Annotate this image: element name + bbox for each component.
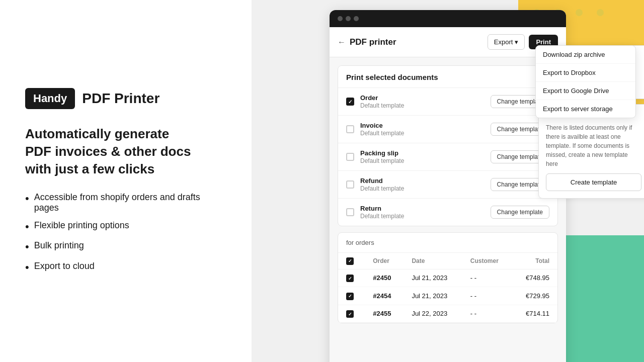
row3-customer: - - [462, 305, 513, 323]
packing-slip-name: Packing slip [360, 149, 485, 157]
row2-date: Jul 21, 2023 [404, 287, 462, 305]
left-panel: Handy PDF Printer Automatically generate… [0, 0, 252, 362]
invoice-name: Invoice [360, 122, 485, 129]
back-button[interactable]: ← [338, 38, 346, 47]
decoration-dot-3 [576, 9, 583, 16]
row3-checkbox[interactable] [346, 310, 354, 318]
app-header-left: ← PDF printer [338, 37, 396, 47]
right-panel: ← PDF printer Export ▾ Print Print selec… [252, 0, 644, 362]
feature-item-2: Flexible printing options [25, 220, 226, 233]
export-button[interactable]: Export ▾ [488, 34, 525, 50]
row2-total: €729.95 [513, 287, 558, 305]
orders-table: Order Date Customer Total #2450 Jul [338, 253, 557, 323]
select-all-checkbox[interactable] [346, 257, 354, 265]
col-total-header: Total [513, 253, 558, 269]
return-change-template-button[interactable]: Change template [491, 206, 549, 219]
tagline: Automatically generate PDF invoices & ot… [25, 125, 226, 178]
create-template-button[interactable]: Create template [546, 173, 641, 191]
available-documents-text: There is listed documents only if there … [546, 123, 641, 168]
brand-logo: Handy PDF Printer [25, 88, 226, 109]
app-window: ← PDF printer Export ▾ Print Print selec… [330, 10, 566, 362]
tagline-line1: Automatically generate [25, 126, 169, 141]
orders-card: for orders Order Date Customer Total [338, 232, 558, 323]
col-customer-header: Customer [462, 253, 513, 269]
table-row: #2454 Jul 21, 2023 - - €729.95 [338, 287, 557, 305]
row3-order: #2455 [365, 305, 404, 323]
row1-date: Jul 21, 2023 [404, 269, 462, 287]
row3-checkbox-cell [338, 305, 365, 323]
invoice-checkbox[interactable] [346, 125, 354, 133]
brand-box: Handy [25, 88, 75, 109]
refund-template: Default template [360, 185, 485, 192]
row2-checkbox-cell [338, 287, 365, 305]
invoice-info: Invoice Default template [360, 122, 485, 137]
refund-checkbox[interactable] [346, 180, 354, 189]
return-info: Return Default template [360, 205, 485, 220]
tagline-line2: PDF invoices & other docs [25, 144, 191, 159]
export-label: Export [494, 38, 513, 46]
feature-item-4: Export to cloud [25, 261, 226, 274]
return-template: Default template [360, 213, 485, 220]
col-checkbox-header [338, 253, 365, 269]
row3-date: Jul 22, 2023 [404, 305, 462, 323]
col-order-header: Order [365, 253, 404, 269]
tagline-line3: with just a few clicks [25, 161, 154, 176]
doc-row-invoice: Invoice Default template Change template [338, 116, 557, 143]
titlebar-dot-2 [346, 16, 351, 21]
row2-order: #2454 [365, 287, 404, 305]
orders-label: for orders [338, 233, 557, 253]
dropdown-item-zip[interactable]: Download zip archive [536, 46, 635, 64]
documents-title: Print selected documents [338, 66, 557, 88]
row2-customer: - - [462, 287, 513, 305]
order-info: Order Default template [360, 94, 485, 109]
doc-row-refund: Refund Default template Change template [338, 171, 557, 199]
feature-item-3: Bulk printing [25, 240, 226, 253]
doc-row-packing-slip: Packing slip Default template Change tem… [338, 143, 557, 171]
documents-card: Print selected documents Order Default t… [338, 65, 558, 226]
table-row: #2450 Jul 21, 2023 - - €748.95 [338, 269, 557, 287]
row1-customer: - - [462, 269, 513, 287]
dropdown-item-server[interactable]: Export to server storage [536, 100, 635, 118]
col-date-header: Date [404, 253, 462, 269]
table-row: #2455 Jul 22, 2023 - - €714.11 [338, 305, 557, 323]
app-header: ← PDF printer Export ▾ Print [330, 27, 566, 57]
row2-checkbox[interactable] [346, 293, 354, 300]
dropdown-item-dropbox[interactable]: Export to Dropbox [536, 64, 635, 82]
features-list: Accessible from shopify orders and draft… [25, 192, 226, 274]
brand-title: PDF Printer [82, 90, 159, 107]
dropdown-item-gdrive[interactable]: Export to Google Drive [536, 82, 635, 100]
row1-order: #2450 [365, 269, 404, 287]
packing-slip-template: Default template [360, 157, 485, 164]
return-name: Return [360, 205, 485, 212]
return-checkbox[interactable] [346, 208, 354, 216]
row1-checkbox-cell [338, 269, 365, 287]
order-checkbox[interactable] [346, 98, 354, 106]
refund-info: Refund Default template [360, 177, 485, 192]
app-title: PDF printer [350, 37, 396, 47]
doc-row-return: Return Default template Change template [338, 199, 557, 226]
titlebar-dot-3 [354, 16, 359, 21]
feature-item-1: Accessible from shopify orders and draft… [25, 192, 226, 213]
refund-name: Refund [360, 177, 485, 185]
decoration-dot-4 [597, 9, 604, 16]
available-documents-info-card: Available documents There is listed docu… [538, 104, 644, 199]
titlebar-dot-1 [338, 16, 343, 21]
row1-checkbox[interactable] [346, 275, 354, 282]
row3-total: €714.11 [513, 305, 558, 323]
invoice-template: Default template [360, 130, 485, 137]
order-name: Order [360, 94, 485, 102]
packing-slip-checkbox[interactable] [346, 153, 354, 161]
export-dropdown: Download zip archive Export to Dropbox E… [535, 45, 636, 118]
window-titlebar [330, 10, 566, 27]
packing-slip-info: Packing slip Default template [360, 149, 485, 164]
chevron-down-icon: ▾ [515, 38, 518, 46]
app-content: Print selected documents Order Default t… [330, 57, 566, 362]
row1-total: €748.95 [513, 269, 558, 287]
order-template: Default template [360, 102, 485, 109]
doc-row-order: Order Default template Change template [338, 88, 557, 116]
